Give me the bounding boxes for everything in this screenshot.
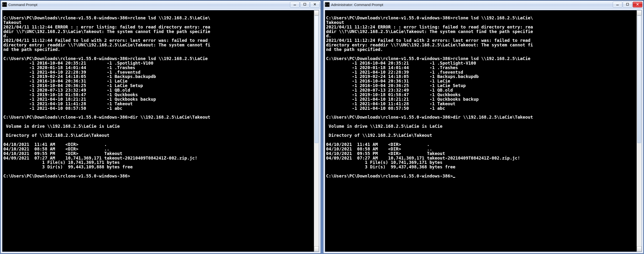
maximize-button[interactable]	[623, 2, 632, 8]
svg-rect-3	[626, 3, 629, 5]
minimize-button[interactable]	[613, 2, 622, 8]
close-icon	[314, 3, 316, 7]
cursor	[453, 177, 455, 178]
terminal-output[interactable]: C:\Users\PC\Downloads\rclone-v1.55.0-win…	[325, 10, 636, 251]
scroll-up-button[interactable]	[314, 10, 319, 16]
cmd-window-user: C:\Command Prompt C:\Users\PC\Downloads\…	[0, 1, 321, 253]
cmd-window-admin: C:\Administrator: Command Prompt C:\User…	[323, 1, 644, 253]
vertical-scrollbar[interactable]	[636, 10, 642, 251]
min-icon	[616, 3, 619, 7]
close-button[interactable]	[633, 2, 642, 8]
cmd-icon: C:\	[2, 2, 7, 7]
max-icon	[304, 3, 306, 7]
svg-rect-0	[294, 5, 296, 5]
close-button[interactable]	[310, 2, 320, 8]
svg-rect-2	[616, 5, 619, 5]
scroll-down-button[interactable]	[637, 246, 642, 251]
scroll-thumb[interactable]	[314, 16, 318, 143]
terminal-client: C:\Users\PC\Downloads\rclone-v1.55.0-win…	[325, 10, 642, 252]
scroll-thumb[interactable]	[637, 16, 641, 143]
scroll-track[interactable]	[637, 16, 642, 246]
terminal-output[interactable]: C:\Users\PC\Downloads\rclone-v1.55.0-win…	[2, 10, 314, 251]
close-icon	[636, 3, 639, 7]
scroll-down-button[interactable]	[314, 246, 319, 251]
vertical-scrollbar[interactable]	[314, 10, 319, 251]
cmd-icon: C:\	[325, 2, 330, 7]
window-buttons	[613, 2, 642, 8]
titlebar[interactable]: C:\Administrator: Command Prompt	[324, 1, 643, 9]
max-icon	[626, 3, 629, 7]
window-buttons	[290, 2, 320, 8]
scroll-up-button[interactable]	[637, 10, 642, 16]
svg-rect-1	[304, 3, 306, 5]
minimize-button[interactable]	[290, 2, 300, 8]
window-title: Administrator: Command Prompt	[331, 3, 613, 7]
titlebar[interactable]: C:\Command Prompt	[1, 1, 320, 9]
maximize-button[interactable]	[300, 2, 310, 8]
scroll-track[interactable]	[314, 16, 319, 246]
min-icon	[293, 3, 296, 7]
window-title: Command Prompt	[8, 3, 290, 7]
terminal-client: C:\Users\PC\Downloads\rclone-v1.55.0-win…	[2, 10, 319, 252]
